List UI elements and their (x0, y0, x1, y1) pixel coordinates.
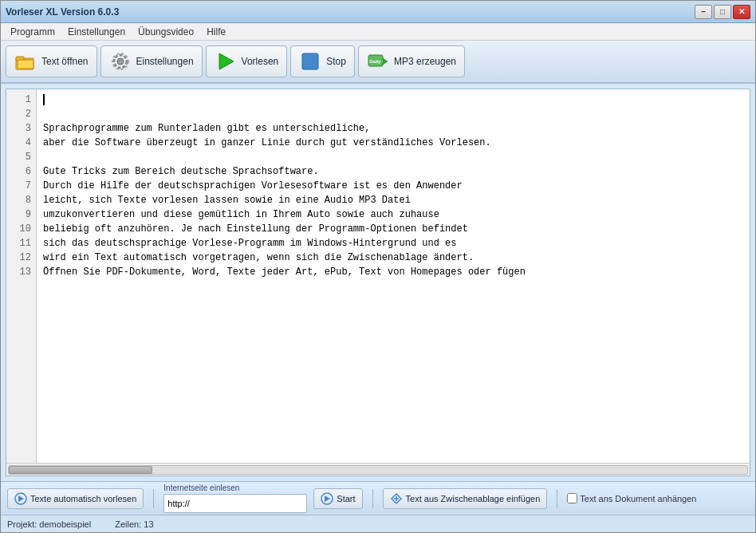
bottom-bar: Texte automatisch vorlesen Internetseite… (1, 481, 755, 515)
folder-open-icon (14, 50, 37, 73)
auto-read-label: Texte automatisch vorlesen (30, 494, 136, 503)
text-content[interactable]: Sprachprogramme zum Runterladen gibt es … (37, 89, 750, 463)
read-label: Vorlesen (242, 56, 279, 67)
separator-3 (557, 489, 557, 508)
separator-1 (153, 489, 154, 508)
window-title: Vorleser XL Version 6.0.3 (6, 6, 119, 18)
stop-icon (299, 50, 321, 73)
line-number: 8 (6, 193, 36, 207)
text-line (43, 93, 743, 107)
stop-label: Stop (326, 56, 346, 67)
gear-icon (109, 50, 132, 73)
line-number: 7 (6, 179, 36, 193)
text-line: aber die Software überzeugt in ganzer Li… (43, 136, 743, 150)
project-value: demobeispiel (39, 519, 91, 529)
line-numbers: 12345678910111213 (6, 89, 37, 463)
start-icon (321, 492, 333, 505)
text-line: leicht, sich Texte vorlesen lassen sowie… (43, 193, 743, 207)
clipboard-button[interactable]: Text aus Zwischenablage einfügen (383, 488, 548, 509)
horizontal-scrollbar[interactable] (8, 465, 748, 475)
project-status: Projekt: demobeispiel (7, 519, 91, 529)
menu-uebungsvideo[interactable]: Übungsvideo (132, 25, 200, 39)
text-editor-wrapper: 12345678910111213 Sprachprogramme zum Ru… (6, 89, 750, 476)
start-label: Start (337, 494, 355, 503)
append-text: Text ans Dokument anhängen (580, 494, 696, 503)
settings-button[interactable]: Einstellungen (100, 45, 203, 77)
lines-value: 13 (144, 519, 153, 529)
menu-hilfe[interactable]: Hilfe (200, 25, 232, 39)
text-line: Gute Tricks zum Bereich deutsche Sprachs… (43, 164, 743, 179)
settings-label: Einstellungen (136, 56, 194, 67)
append-label[interactable]: Text ans Dokument anhängen (567, 493, 696, 503)
open-button[interactable]: Text öffnen (6, 45, 97, 77)
url-input[interactable] (163, 494, 307, 513)
title-bar-buttons: – □ ✕ (695, 5, 750, 19)
line-number: 4 (6, 136, 36, 150)
clipboard-icon (390, 492, 403, 505)
mp3-label: MP3 erzeugen (394, 56, 456, 67)
append-checkbox[interactable] (567, 493, 577, 503)
text-editor[interactable]: 12345678910111213 Sprachprogramme zum Ru… (6, 89, 750, 463)
line-number: 3 (6, 121, 36, 136)
lines-label: Zeilen: (115, 519, 144, 529)
scrollbar-wrapper (6, 463, 750, 476)
toolbar: Text öffnen Einstellungen Vorlesen (1, 41, 755, 84)
line-number: 11 (6, 236, 36, 251)
text-line: umzukonvertieren und diese gemütlich in … (43, 207, 743, 222)
stop-button[interactable]: Stop (290, 45, 355, 77)
menu-einstellungen[interactable]: Einstellungen (61, 25, 132, 39)
svg-rect-7 (302, 53, 318, 69)
svg-point-3 (117, 58, 124, 65)
auto-read-icon (14, 492, 27, 505)
text-line: Durch die Hilfe der deutschsprachigen Vo… (43, 179, 743, 193)
separator-2 (372, 489, 373, 508)
text-line: Öffnen Sie PDF-Dokumente, Word, Texte je… (43, 265, 743, 279)
main-window: Vorleser XL Version 6.0.3 – □ ✕ Programm… (0, 0, 756, 533)
status-bar: Projekt: demobeispiel Zeilen: 13 (1, 515, 755, 532)
play-icon (215, 50, 237, 73)
text-line (43, 150, 743, 164)
auto-read-button[interactable]: Texte automatisch vorlesen (7, 488, 144, 509)
close-button[interactable]: ✕ (733, 5, 750, 19)
line-number: 12 (6, 251, 36, 265)
url-section: Internetseite einlesen (163, 484, 307, 513)
start-button[interactable]: Start (313, 488, 362, 509)
text-line (43, 107, 743, 121)
project-label: Projekt: (7, 519, 39, 529)
line-number: 5 (6, 150, 36, 164)
text-line: sich das deutschsprachige Vorlese-Progra… (43, 236, 743, 251)
text-line: wird ein Text automatisch vorgetragen, w… (43, 251, 743, 265)
minimize-button[interactable]: – (695, 5, 712, 19)
line-number: 13 (6, 265, 36, 279)
menu-bar: Programm Einstellungen Übungsvideo Hilfe (1, 23, 755, 41)
scrollbar-thumb[interactable] (9, 466, 152, 474)
line-number: 10 (6, 222, 36, 236)
lines-status: Zeilen: 13 (115, 519, 153, 529)
mp3-icon: Daily News (367, 50, 389, 73)
open-label: Text öffnen (41, 56, 89, 67)
maximize-button[interactable]: □ (714, 5, 731, 19)
line-number: 1 (6, 93, 36, 107)
line-number: 9 (6, 207, 36, 222)
mp3-button[interactable]: Daily News MP3 erzeugen (358, 45, 465, 77)
svg-marker-6 (219, 53, 234, 69)
url-section-label-text: Internetseite einlesen (163, 484, 307, 492)
line-number: 6 (6, 164, 36, 179)
text-line: Sprachprogramme zum Runterladen gibt es … (43, 121, 743, 136)
clipboard-label: Text aus Zwischenablage einfügen (406, 494, 541, 503)
title-bar: Vorleser XL Version 6.0.3 – □ ✕ (1, 1, 755, 23)
read-button[interactable]: Vorlesen (206, 45, 288, 77)
main-area: 12345678910111213 Sprachprogramme zum Ru… (1, 84, 755, 481)
svg-rect-2 (18, 60, 33, 69)
line-number: 2 (6, 107, 36, 121)
text-line: beliebig oft anzuhören. Je nach Einstell… (43, 222, 743, 236)
menu-programm[interactable]: Programm (4, 25, 61, 39)
